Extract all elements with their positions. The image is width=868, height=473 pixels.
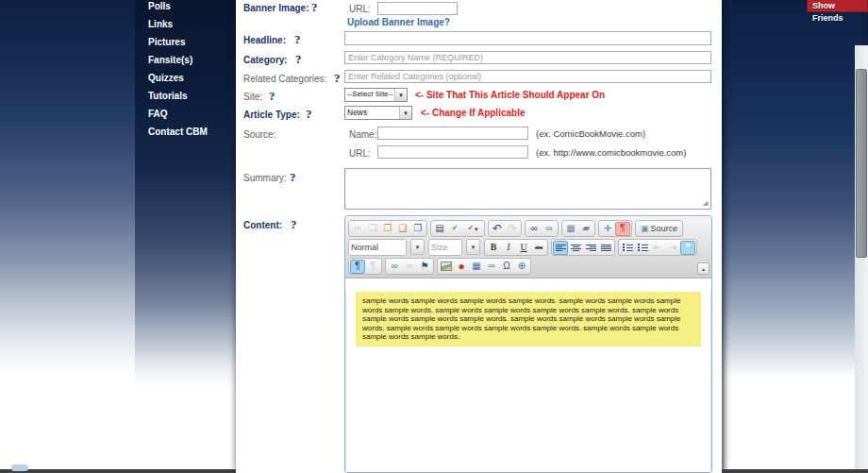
- category-help-icon[interactable]: ?: [295, 53, 302, 65]
- article-type-label: Article Type:: [243, 110, 300, 120]
- upload-banner-link[interactable]: Upload Banner Image?: [347, 17, 450, 27]
- toolbar-row-3: ¶ ¶ ∞ ∞ ⚑ ● ▦ ═ Ω ⊕: [348, 258, 709, 275]
- related-categories-help-icon[interactable]: ?: [334, 72, 341, 84]
- unlink-icon: ∞: [402, 260, 417, 274]
- summary-textarea[interactable]: [344, 168, 711, 210]
- editor-toolbar: ✂ ❐ ❒ ❑ ❒ ▤ ✔ ✔▾ ↶ ↷ ∞: [345, 216, 711, 279]
- insert-iframe-icon[interactable]: ⊕: [514, 260, 529, 274]
- insert-image-icon[interactable]: [439, 260, 454, 274]
- horizontal-rule-icon[interactable]: ═: [484, 260, 499, 274]
- cut-icon: ✂: [350, 222, 365, 236]
- insert-flash-icon[interactable]: ●: [454, 260, 469, 274]
- sidebar-item-tutorials[interactable]: Tutorials: [135, 87, 236, 105]
- source-name-example: (ex. ComicBookMovie.com): [536, 128, 645, 139]
- summary-label: Summary:: [243, 173, 287, 183]
- spellcheck-menu-icon[interactable]: ✔▾: [462, 222, 483, 236]
- rich-text-editor: ✂ ❐ ❒ ❑ ❒ ▤ ✔ ✔▾ ↶ ↷ ∞: [344, 215, 712, 473]
- toolbar-collapse-icon[interactable]: ▲: [697, 262, 709, 275]
- align-left-icon[interactable]: [553, 241, 568, 255]
- browser-scrollbar-thumb[interactable]: [856, 69, 867, 258]
- text-direction-ltr-icon[interactable]: ¶: [350, 260, 365, 274]
- font-size-value: Size: [431, 243, 448, 252]
- strikethrough-icon[interactable]: abc: [531, 241, 546, 255]
- remove-format-icon[interactable]: ▰: [578, 222, 593, 236]
- align-right-icon[interactable]: [583, 241, 598, 255]
- article-type-help-icon[interactable]: ?: [306, 108, 312, 120]
- banner-help-icon[interactable]: ?: [311, 1, 318, 13]
- font-size-arrow-icon[interactable]: ▾: [466, 239, 480, 255]
- replace-icon[interactable]: ∞: [542, 222, 557, 236]
- sidebar-item-quizzes[interactable]: Quizzes: [135, 69, 236, 87]
- article-type-select[interactable]: News ▾: [344, 106, 412, 120]
- headline-label: Headline:: [243, 35, 286, 45]
- undo-icon[interactable]: ↶: [490, 222, 505, 236]
- site-select-arrow-icon: ▾: [394, 89, 407, 101]
- editor-content-area[interactable]: sample words sample words sample words s…: [345, 292, 711, 473]
- category-input[interactable]: [344, 51, 711, 64]
- banner-url-input[interactable]: [377, 2, 458, 15]
- outdent-icon: ⇤: [650, 241, 665, 255]
- highlighted-sample-text: sample words sample words sample words s…: [356, 292, 701, 346]
- banner-image-label: Banner Image:: [243, 3, 309, 13]
- paragraph-format-arrow-icon[interactable]: ▾: [410, 239, 425, 255]
- sidebar-nav: Polls Links Pictures Fansite(s) Quizzes …: [135, 0, 236, 473]
- headline-help-icon[interactable]: ?: [294, 33, 301, 45]
- article-submit-form: Banner Image: ? URL: Upload Banner Image…: [236, 0, 722, 473]
- italic-icon[interactable]: I: [501, 241, 516, 255]
- source-url-label: URL:: [349, 148, 371, 159]
- underline-icon[interactable]: U: [516, 241, 531, 255]
- sidebar-item-fansites[interactable]: Fansite(s): [135, 51, 236, 69]
- source-name-label: Name:: [349, 129, 376, 140]
- sidebar-item-pictures[interactable]: Pictures: [135, 33, 236, 51]
- site-select[interactable]: --Select Site-- ▾: [344, 88, 408, 102]
- article-type-select-arrow-icon: ▾: [399, 107, 411, 119]
- article-type-hint-text: <- Change If Applicable: [421, 108, 525, 118]
- summary-help-icon[interactable]: ?: [290, 171, 296, 183]
- paste-icon[interactable]: ❒: [380, 222, 395, 236]
- content-label: Content:: [243, 220, 282, 230]
- source-name-input[interactable]: [377, 127, 528, 140]
- font-size-dropdown[interactable]: Size: [428, 239, 462, 256]
- align-center-icon[interactable]: [568, 241, 583, 255]
- bold-icon[interactable]: B: [486, 241, 501, 255]
- sidebar-item-faq[interactable]: FAQ: [135, 105, 236, 123]
- source-button-label: Source: [651, 224, 678, 233]
- insert-table-icon[interactable]: ▦: [469, 260, 484, 274]
- sidebar-item-contact-cbm[interactable]: Contact CBM: [135, 123, 236, 141]
- related-categories-input[interactable]: [344, 70, 711, 83]
- source-url-input[interactable]: [377, 145, 528, 159]
- toolbar-row-2: Normal ▾ Size ▾ B I U abc: [348, 239, 709, 256]
- show-blocks-icon[interactable]: ¶: [615, 222, 630, 236]
- special-character-icon[interactable]: Ω: [499, 260, 514, 274]
- bulleted-list-icon[interactable]: [635, 241, 650, 255]
- align-justify-icon[interactable]: [598, 241, 613, 255]
- content-help-icon[interactable]: ?: [291, 218, 297, 230]
- site-help-icon[interactable]: ?: [269, 90, 275, 102]
- paragraph-format-value: Normal: [351, 243, 378, 252]
- banner-url-label: URL:: [349, 4, 371, 14]
- maximize-icon[interactable]: ✛: [600, 222, 615, 236]
- paste-from-word-icon[interactable]: ❒: [410, 222, 426, 236]
- indent-icon: ⇥: [665, 241, 680, 255]
- source-url-example: (ex. http://www.comicbookmovie.com): [536, 147, 686, 158]
- numbered-list-icon[interactable]: [620, 241, 635, 255]
- headline-input[interactable]: [344, 31, 711, 45]
- anchor-icon[interactable]: ⚑: [417, 260, 432, 274]
- horizontal-scrollbar-thumb[interactable]: [11, 465, 28, 471]
- paragraph-format-dropdown[interactable]: Normal: [348, 239, 407, 256]
- sidebar-item-links[interactable]: Links: [135, 15, 236, 33]
- select-all-icon[interactable]: ▦: [563, 222, 578, 236]
- show-friends-button[interactable]: Show Friends: [807, 0, 868, 12]
- related-categories-label: Related Categories:: [243, 74, 326, 84]
- article-type-select-value: News: [345, 107, 399, 119]
- site-select-value: --Select Site--: [345, 89, 394, 101]
- link-icon[interactable]: ∞: [387, 260, 402, 274]
- sidebar-item-polls[interactable]: Polls: [135, 0, 236, 15]
- source-button[interactable]: ▣ Source: [637, 221, 681, 236]
- paste-plain-text-icon[interactable]: ❑: [395, 222, 410, 236]
- toolbar-row-1: ✂ ❐ ❒ ❑ ❒ ▤ ✔ ✔▾ ↶ ↷ ∞: [348, 220, 709, 237]
- print-icon[interactable]: ▤: [432, 222, 447, 236]
- blockquote-icon[interactable]: ❝: [680, 241, 695, 255]
- find-icon[interactable]: ∞: [526, 222, 542, 236]
- spellcheck-icon[interactable]: ✔: [447, 222, 462, 236]
